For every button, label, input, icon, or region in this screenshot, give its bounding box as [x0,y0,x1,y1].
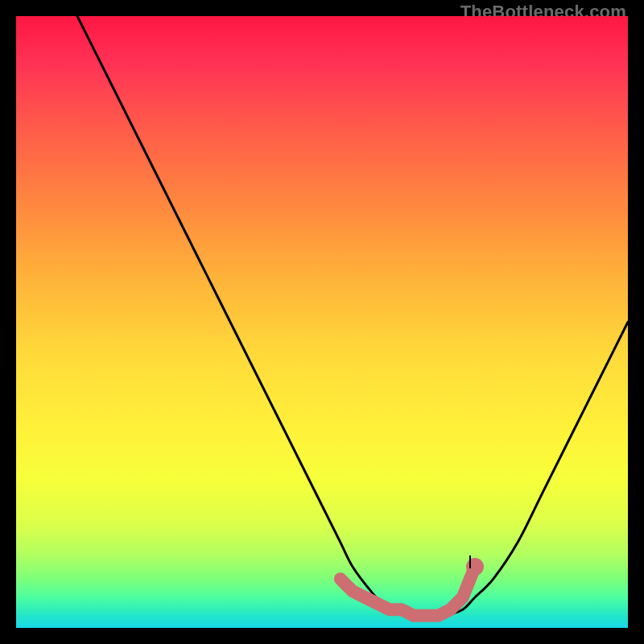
chart-svg [16,16,628,628]
bottleneck-curve [77,16,628,616]
chart-frame: TheBottleneck.com [0,0,644,644]
plot-area [16,16,628,628]
bottleneck-range-band [341,567,475,616]
bottleneck-range-markers [341,558,484,616]
bottleneck-range-end-marker [466,558,484,576]
